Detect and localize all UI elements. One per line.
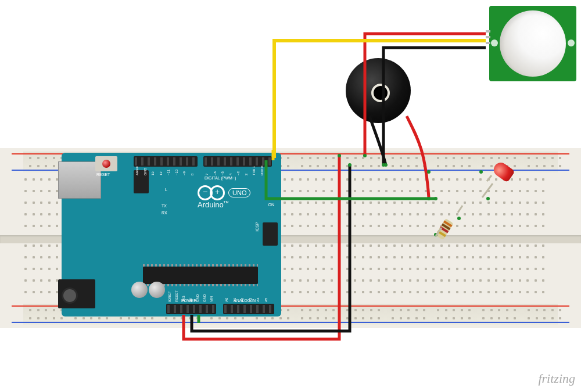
digital-header-1	[134, 156, 198, 167]
capacitor-2	[149, 282, 165, 298]
piezo-buzzer	[346, 58, 411, 123]
pir-pins	[486, 30, 490, 44]
pir-dome	[500, 10, 566, 77]
icsp-label: ICSP	[254, 222, 259, 231]
capacitor-1	[131, 282, 148, 298]
arduino-logo: − + UNO	[198, 185, 250, 200]
l-led-label: L	[165, 188, 167, 192]
atmega-chip	[143, 267, 258, 284]
power-jack	[58, 279, 95, 308]
circuit-diagram: RESET ICSP2 ICSP − + UNO ArduinoTM DIGIT…	[0, 0, 581, 392]
analog-header	[223, 304, 274, 314]
led-red	[482, 161, 510, 189]
analog-title: ANALOG IN	[234, 299, 256, 303]
icsp-header	[263, 222, 278, 246]
arduino-uno: RESET ICSP2 ICSP − + UNO ArduinoTM DIGIT…	[62, 153, 281, 317]
on-led-label: ON	[268, 203, 275, 207]
usb-port	[58, 161, 101, 199]
arduino-brand: ArduinoTM	[198, 200, 228, 209]
tx-led-label: TX	[162, 204, 167, 208]
reset-button[interactable]	[95, 156, 117, 171]
pir-sensor	[489, 0, 576, 87]
reset-label: RESET	[96, 172, 110, 177]
power-header	[166, 304, 216, 314]
rx-led-label: RX	[162, 211, 167, 215]
fritzing-credit: fritzing	[538, 371, 575, 386]
uno-badge: UNO	[228, 188, 250, 197]
digital-title: DIGITAL (PWM~)	[205, 176, 236, 180]
